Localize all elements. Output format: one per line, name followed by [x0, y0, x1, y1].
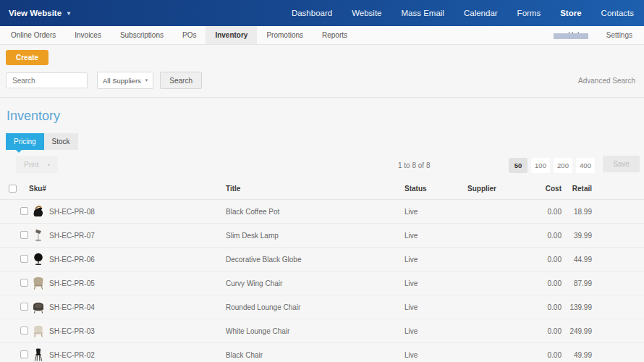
row-status: Live [404, 208, 467, 216]
row-cost[interactable]: 0.00 [511, 208, 562, 216]
row-checkbox[interactable] [20, 327, 28, 334]
table-row[interactable]: SH-EC-PR-07 Slim Desk Lamp Live 0.00 39.… [0, 224, 644, 248]
row-retail[interactable]: 39.99 [562, 232, 592, 240]
tab-stock[interactable]: Stock [44, 133, 78, 150]
product-thumbnail [30, 299, 46, 315]
row-cost[interactable]: 0.00 [511, 327, 562, 335]
create-button[interactable]: Create [6, 50, 48, 65]
row-retail[interactable]: 139.99 [562, 303, 592, 311]
white-chair-icon [30, 323, 46, 339]
subnav-item-reports[interactable]: Reports [313, 26, 357, 44]
header-status: Status [404, 185, 467, 193]
table-row[interactable]: SH-EC-PR-02 Black Chair Live 0.00 49.99 [0, 343, 644, 362]
row-status: Live [404, 256, 467, 264]
header-cost: Cost [511, 185, 562, 193]
actions-bar: Create [0, 45, 644, 65]
subnav-item-invoices[interactable]: Invoices [65, 26, 111, 44]
row-retail[interactable]: 87.99 [562, 279, 592, 287]
advanced-search-link[interactable]: Advanced Search [578, 77, 637, 85]
row-retail[interactable]: 18.99 [562, 208, 592, 216]
supplier-filter-dropdown[interactable]: All Suppliers ▾ [97, 72, 153, 89]
page-size-selector: 50 100 200 400 [509, 158, 595, 173]
inventory-table: Sku# Title Status Supplier Cost Retail S… [0, 178, 644, 362]
subnav-item-settings[interactable]: Settings [595, 26, 644, 44]
row-title: Black Coffee Pot [226, 208, 404, 216]
nav-item-dashboard[interactable]: Dashboard [292, 9, 332, 17]
row-cost[interactable]: 0.00 [511, 256, 562, 264]
chevron-down-icon: ▾ [67, 10, 70, 17]
row-checkbox[interactable] [20, 255, 28, 263]
row-status: Live [404, 279, 467, 287]
nav-item-mass-email[interactable]: Mass Email [402, 9, 444, 17]
page-size-200[interactable]: 200 [554, 158, 572, 173]
tab-pricing[interactable]: Pricing [6, 133, 44, 150]
row-retail[interactable]: 49.99 [562, 351, 592, 359]
table-row[interactable]: SH-EC-PR-06 Decorative Black Globe Live … [0, 248, 644, 272]
nav-item-contacts[interactable]: Contacts [601, 9, 634, 17]
subnav-item-online-orders[interactable]: Online Orders [1, 26, 65, 44]
subnav-item-promotions[interactable]: Promotions [257, 26, 313, 44]
row-sku: SH-EC-PR-02 [49, 351, 226, 359]
view-website-label: View Website [9, 9, 62, 17]
row-sku: SH-EC-PR-06 [49, 256, 226, 264]
row-title: Curvy Wing Chair [226, 279, 404, 287]
search-input[interactable] [6, 72, 88, 88]
subnav-item-inventory[interactable]: Inventory [206, 26, 257, 44]
row-cost[interactable]: 0.00 [511, 279, 562, 287]
row-checkbox[interactable] [20, 303, 28, 311]
row-retail[interactable]: 44.99 [562, 256, 592, 264]
nav-item-website[interactable]: Website [352, 9, 381, 17]
row-cost[interactable]: 0.00 [511, 232, 562, 240]
view-website-menu[interactable]: View Website ▾ [9, 9, 70, 17]
product-thumbnail [30, 203, 46, 219]
page-size-100[interactable]: 100 [531, 158, 550, 173]
subnav-item-subscriptions[interactable]: Subscriptions [111, 26, 173, 44]
print-label: Print [24, 161, 39, 169]
product-thumbnail [30, 347, 46, 362]
row-title: Rounded Lounge Chair [226, 303, 404, 311]
row-title: White Lounge Chair [226, 327, 404, 335]
nav-item-forms[interactable]: Forms [517, 9, 541, 17]
row-status: Live [404, 232, 467, 240]
row-cost[interactable]: 0.00 [511, 303, 562, 311]
nav-item-calendar[interactable]: Calendar [464, 9, 498, 17]
header-title: Title [226, 185, 404, 193]
row-retail[interactable]: 249.99 [562, 327, 592, 335]
search-button[interactable]: Search [160, 72, 202, 89]
row-sku: SH-EC-PR-03 [49, 327, 226, 335]
row-status: Live [404, 303, 467, 311]
print-button[interactable]: Print ▾ [16, 156, 58, 173]
row-checkbox[interactable] [20, 207, 28, 215]
select-all-checkbox[interactable] [9, 185, 17, 193]
chevron-down-icon: ▾ [48, 162, 51, 168]
page-size-50[interactable]: 50 [509, 158, 528, 173]
inventory-tabs: Pricing Stock [6, 133, 644, 150]
row-title: Decorative Black Globe [226, 256, 404, 264]
row-status: Live [404, 327, 467, 335]
header-retail: Retail [562, 185, 592, 193]
product-thumbnail [30, 227, 46, 243]
black-chair-icon [30, 347, 46, 362]
table-row[interactable]: SH-EC-PR-05 Curvy Wing Chair Live 0.00 8… [0, 272, 644, 295]
store-active-indicator [554, 33, 588, 39]
results-range-text: 1 to 8 of 8 [398, 161, 430, 169]
subnav-item-pos[interactable]: POs [173, 26, 206, 44]
table-row[interactable]: SH-EC-PR-03 White Lounge Chair Live 0.00… [0, 319, 644, 343]
product-thumbnail [30, 251, 46, 267]
row-sku: SH-EC-PR-07 [49, 232, 226, 240]
nav-item-store[interactable]: Store [560, 9, 581, 17]
nav-item-store-label: Store [560, 9, 581, 17]
row-cost[interactable]: 0.00 [511, 351, 562, 359]
row-checkbox[interactable] [20, 350, 28, 358]
table-row[interactable]: SH-EC-PR-08 Black Coffee Pot Live 0.00 1… [0, 200, 644, 224]
row-sku: SH-EC-PR-04 [49, 303, 226, 311]
row-checkbox[interactable] [20, 279, 28, 287]
page-size-400[interactable]: 400 [576, 158, 595, 173]
table-toolbar: Print ▾ 1 to 8 of 8 50 100 200 400 Save [0, 155, 644, 177]
row-checkbox[interactable] [20, 231, 28, 239]
supplier-filter-value: All Suppliers [103, 77, 141, 85]
save-button[interactable]: Save [603, 156, 640, 172]
table-row[interactable]: SH-EC-PR-04 Rounded Lounge Chair Live 0.… [0, 295, 644, 319]
header-sku: Sku# [29, 185, 226, 193]
top-navbar: View Website ▾ Dashboard Website Mass Em… [0, 0, 644, 26]
